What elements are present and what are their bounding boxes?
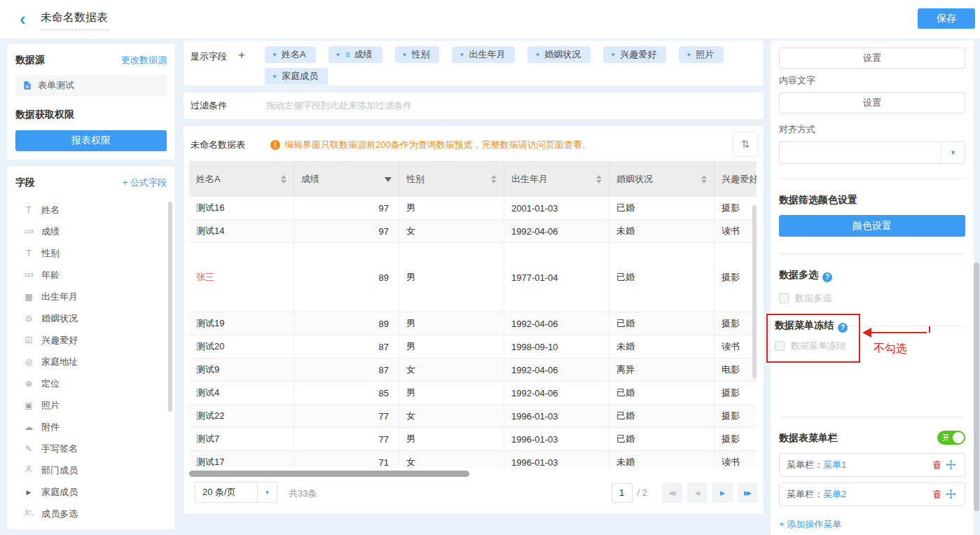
cell-hobby: 摄影 <box>715 197 757 219</box>
table-row[interactable]: 张三89男1977-01-04已婚摄影 <box>189 243 757 312</box>
table-row[interactable]: 测试1497女1992-04-06未婚读书 <box>189 220 757 243</box>
field-item[interactable]: 成员多选 <box>15 503 167 524</box>
table-menu-toggle[interactable]: 开 <box>937 431 965 445</box>
field-item[interactable]: ▶家庭成员 <box>15 481 167 503</box>
sort-icon[interactable] <box>596 175 602 183</box>
table-row[interactable]: 测试1697男2001-01-03已婚摄影 <box>189 197 757 220</box>
sort-order-button[interactable]: ⇅ <box>733 132 758 157</box>
column-header[interactable]: 兴趣爱好 <box>715 162 757 197</box>
datasource-item[interactable]: 表单测试 <box>15 75 167 96</box>
add-display-field-icon[interactable]: + <box>238 48 245 62</box>
delete-icon[interactable] <box>930 459 944 470</box>
datasource-card: 数据源 更改数据源 表单测试 数据获取权限 报表权限 <box>7 44 175 160</box>
save-button[interactable]: 保存 <box>918 8 975 29</box>
page-size-select[interactable]: 20 条/页 ▼ <box>195 482 277 503</box>
display-field-chip[interactable]: ▼性别 <box>395 46 440 63</box>
field-item[interactable]: 部门成员 <box>15 459 167 481</box>
sort-icon[interactable] <box>281 175 287 183</box>
page-input[interactable]: 1 <box>612 483 633 503</box>
table-vertical-scrollbar[interactable] <box>752 205 757 379</box>
display-field-chip[interactable]: ▼姓名A <box>265 46 316 63</box>
settings-button-2[interactable]: 设置 <box>779 92 965 113</box>
first-page-button[interactable]: ◀◀ <box>662 482 682 503</box>
display-field-chip[interactable]: ▼兴趣爱好 <box>603 46 666 63</box>
sort-icon[interactable] <box>491 175 497 183</box>
cell-marital: 已婚 <box>609 312 715 335</box>
field-label: 性别 <box>41 247 60 260</box>
field-item[interactable]: ⊙婚姻状况 <box>15 307 167 329</box>
column-header[interactable]: 姓名A <box>189 162 294 197</box>
last-page-button[interactable]: ▶▶ <box>738 482 758 503</box>
next-page-button[interactable]: ▶ <box>712 482 733 503</box>
display-field-chip[interactable]: ▼出生年月 <box>452 46 515 63</box>
column-header[interactable]: 出生年月 <box>504 162 609 197</box>
table-row[interactable]: 测试1771女1996-01-03未婚读书 <box>189 451 757 468</box>
checkbox-icon[interactable] <box>779 293 789 303</box>
field-item[interactable]: 123成绩 <box>15 221 167 242</box>
table-row[interactable]: 测试485男1992-04-06已婚摄影 <box>189 382 757 405</box>
menu-name-link[interactable]: 菜单1 <box>823 459 846 470</box>
page-title[interactable]: 未命名数据表 <box>41 11 108 30</box>
display-field-chip[interactable]: ▼照片 <box>679 46 724 63</box>
cell-marital: 未婚 <box>609 220 715 242</box>
text-icon: T <box>22 205 35 215</box>
checkbox-icon[interactable] <box>775 341 785 351</box>
align-select[interactable]: ▼ <box>779 141 965 164</box>
table-row[interactable]: 测试987女1992-04-06离异电影 <box>189 359 757 382</box>
color-settings-button[interactable]: 颜色设置 <box>779 215 965 237</box>
field-item[interactable]: ◎家庭地址 <box>15 351 167 373</box>
multi-select-title-text: 数据多选 <box>779 269 818 280</box>
menu-item[interactable]: 菜单栏：菜单2 <box>779 482 965 506</box>
table-row[interactable]: 测试2277女1996-01-03已婚摄影 <box>189 405 757 428</box>
add-action-menu-link[interactable]: + 添加操作菜单 <box>779 518 841 531</box>
add-formula-field-link[interactable]: + 公式字段 <box>123 176 167 189</box>
cell-hobby: 摄影 <box>715 405 757 427</box>
field-item[interactable]: T性别 <box>15 242 167 264</box>
field-label: 姓名 <box>41 204 60 216</box>
chip-label: 成绩 <box>354 48 373 61</box>
settings-button-1[interactable]: 设置 <box>779 48 965 69</box>
display-field-chip[interactable]: ▼婚姻状况 <box>527 46 591 63</box>
sort-icon[interactable] <box>701 175 707 183</box>
field-item[interactable]: ✎手写签名 <box>15 438 167 459</box>
field-item[interactable]: ⊕定位 <box>15 373 167 394</box>
toggle-knob <box>953 432 964 443</box>
help-icon[interactable]: ? <box>838 323 848 333</box>
table-row[interactable]: 测试777男1996-01-03已婚摄影 <box>189 428 757 451</box>
field-item[interactable]: T姓名 <box>15 199 167 221</box>
display-field-chip[interactable]: ▼家庭成员 <box>265 68 328 85</box>
move-icon[interactable] <box>944 489 958 499</box>
table-row[interactable]: 测试2087男1998-09-10未婚读书 <box>189 335 757 359</box>
move-icon[interactable] <box>944 459 958 470</box>
cell-score: 89 <box>294 243 399 312</box>
table-row[interactable]: 测试1989男1992-04-06已婚摄影 <box>189 312 757 335</box>
display-field-chip[interactable]: ▼≡成绩 <box>329 46 382 63</box>
fields-scrollbar[interactable] <box>168 202 172 412</box>
field-item[interactable]: ☑兴趣爱好 <box>15 329 167 351</box>
menu-freeze-checkbox-row[interactable]: 数据菜单冻结 <box>775 340 859 352</box>
cell-hobby: 读书 <box>715 451 757 468</box>
field-item[interactable]: ▣照片 <box>15 394 167 416</box>
column-header[interactable]: 婚姻状况 <box>609 162 715 197</box>
column-header[interactable]: 性别 <box>399 162 504 197</box>
triangle-icon: ▶ <box>22 489 35 496</box>
multi-select-checkbox-row[interactable]: 数据多选 <box>779 292 965 305</box>
column-header[interactable]: 成绩 <box>294 162 399 197</box>
field-item[interactable]: 123年龄 <box>15 264 167 286</box>
help-icon[interactable]: ? <box>822 272 832 282</box>
field-item[interactable]: ☁附件 <box>15 416 167 438</box>
delete-icon[interactable] <box>930 489 944 499</box>
cell-name: 测试17 <box>189 451 294 468</box>
menu-item[interactable]: 菜单栏：菜单1 <box>779 453 965 477</box>
menu-name-link[interactable]: 菜单2 <box>823 489 846 499</box>
page-scrollbar[interactable] <box>974 263 979 511</box>
prev-page-button[interactable]: ◀ <box>687 482 708 503</box>
location-icon: ◎ <box>22 357 35 367</box>
filter-dropzone[interactable]: 拖动左侧字段到此处来添加过滤条件 <box>266 99 412 112</box>
change-datasource-link[interactable]: 更改数据源 <box>121 54 167 67</box>
report-permission-button[interactable]: 报表权限 <box>15 130 167 151</box>
field-item[interactable]: ▦出生年月 <box>15 286 167 307</box>
table-horizontal-scrollbar[interactable] <box>189 471 469 477</box>
back-icon[interactable]: ‹ <box>20 8 26 29</box>
sort-desc-icon[interactable] <box>385 177 392 182</box>
